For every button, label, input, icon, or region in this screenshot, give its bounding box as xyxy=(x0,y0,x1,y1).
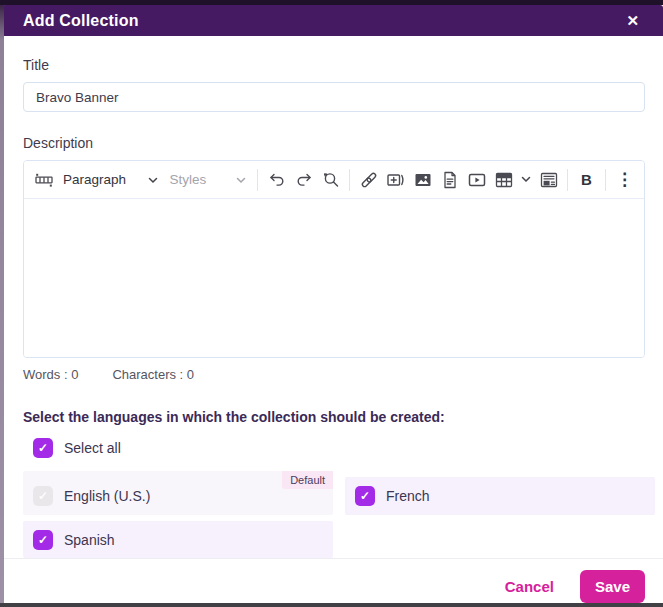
media-embed-icon[interactable] xyxy=(382,165,409,195)
word-count-bar: Words : 0 Characters : 0 xyxy=(23,367,645,382)
french-checkbox[interactable]: ✓ xyxy=(355,486,375,506)
title-label: Title xyxy=(23,57,645,73)
close-icon[interactable]: ✕ xyxy=(622,11,643,30)
find-replace-icon[interactable] xyxy=(317,165,344,195)
title-input[interactable] xyxy=(23,82,645,112)
spanish-checkbox[interactable]: ✓ xyxy=(33,530,53,550)
rich-text-editor: Paragraph Styles xyxy=(23,160,645,358)
document-icon[interactable] xyxy=(436,165,463,195)
words-count: Words : 0 xyxy=(23,367,78,382)
cancel-button[interactable]: Cancel xyxy=(505,578,554,595)
paragraph-dropdown-label: Paragraph xyxy=(63,172,126,187)
editor-content-area[interactable] xyxy=(24,199,644,357)
default-badge: Default xyxy=(282,471,333,489)
table-icon[interactable] xyxy=(490,165,517,195)
characters-count: Characters : 0 xyxy=(112,367,194,382)
toolbar-divider xyxy=(349,169,350,191)
paragraph-dropdown[interactable]: Paragraph xyxy=(57,165,164,195)
language-item-english: ✓ English (U.S.) Default xyxy=(23,471,333,515)
save-button[interactable]: Save xyxy=(580,570,645,603)
language-item-french: ✓ French xyxy=(345,477,655,515)
kebab-glyph: ⋮ xyxy=(616,169,633,190)
undo-icon[interactable] xyxy=(263,165,290,195)
toolbar-divider xyxy=(567,169,568,191)
styles-dropdown[interactable]: Styles xyxy=(164,165,252,195)
bold-glyph: B xyxy=(581,171,592,188)
select-all-checkbox[interactable]: ✓ xyxy=(33,438,53,458)
template-icon[interactable] xyxy=(535,165,562,195)
toolbar-divider xyxy=(605,169,606,191)
modal-footer: Cancel Save xyxy=(0,558,663,603)
redo-icon[interactable] xyxy=(290,165,317,195)
window-left-edge xyxy=(0,5,4,603)
modal-title: Add Collection xyxy=(23,12,622,30)
modal-header: Add Collection ✕ xyxy=(0,5,663,36)
bold-button[interactable]: B xyxy=(573,165,600,195)
link-icon[interactable] xyxy=(355,165,382,195)
toolbar-divider xyxy=(257,169,258,191)
chevron-down-icon xyxy=(148,172,158,187)
more-options-icon[interactable]: ⋮ xyxy=(611,165,638,195)
language-prompt: Select the languages in which the collec… xyxy=(23,409,645,425)
styles-dropdown-label: Styles xyxy=(170,172,207,187)
video-icon[interactable] xyxy=(463,165,490,195)
english-checkbox: ✓ xyxy=(33,486,53,506)
description-label: Description xyxy=(23,135,645,151)
language-grid: ✓ English (U.S.) Default ✓ French ✓ Span… xyxy=(23,471,645,558)
add-collection-modal: Add Collection ✕ Title Description Parag… xyxy=(0,0,663,607)
select-all-row: ✓ Select all xyxy=(33,438,645,458)
select-all-label: Select all xyxy=(64,440,121,456)
chevron-down-icon[interactable] xyxy=(517,165,535,195)
image-icon[interactable] xyxy=(409,165,436,195)
ruler-icon[interactable] xyxy=(30,165,57,195)
language-label: English (U.S.) xyxy=(64,488,150,504)
chevron-down-icon xyxy=(236,172,246,187)
editor-toolbar: Paragraph Styles xyxy=(24,161,644,199)
language-label: Spanish xyxy=(64,532,115,548)
modal-body: Title Description Paragraph xyxy=(0,36,663,558)
language-label: French xyxy=(386,488,430,504)
language-item-spanish: ✓ Spanish xyxy=(23,521,333,558)
